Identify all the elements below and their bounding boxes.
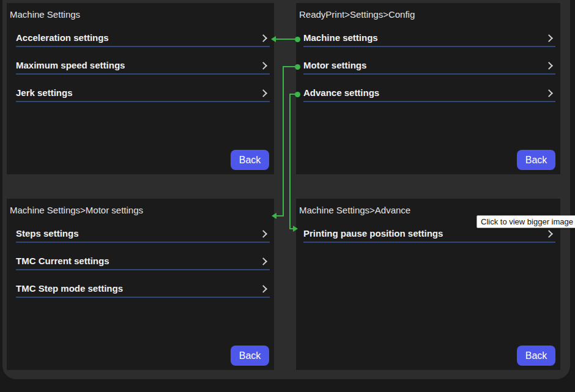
panel-readyprint-config: ReadyPrint>Settings>Config Machine setti… (296, 3, 560, 174)
panel-motor-settings: Machine Settings>Motor settings Steps se… (7, 199, 274, 370)
chevron-right-icon (545, 89, 553, 97)
screenshot-root: { "colors": { "green": "#3cb54a", "butto… (0, 0, 575, 392)
panel-breadcrumb-title: Machine Settings>Motor settings (10, 205, 143, 215)
back-button[interactable]: Back (231, 150, 269, 170)
chevron-right-icon (545, 34, 553, 42)
settings-list: Acceleration settings Maximum speed sett… (7, 20, 274, 102)
chevron-right-icon (259, 34, 267, 42)
list-item-advance-settings[interactable]: Advance settings (303, 75, 555, 102)
chevron-right-icon (259, 285, 267, 293)
list-item-jerk-settings[interactable]: Jerk settings (16, 75, 270, 102)
panel-machine-settings: Machine Settings Acceleration settings M… (7, 3, 274, 174)
chevron-right-icon (259, 62, 267, 70)
chevron-right-icon (259, 230, 267, 238)
chevron-right-icon (259, 257, 267, 265)
back-button[interactable]: Back (517, 346, 555, 366)
list-item-label: TMC Current settings (16, 256, 109, 266)
settings-list: Machine settings Motor settings Advance … (296, 20, 560, 102)
list-item-acceleration-settings[interactable]: Acceleration settings (16, 20, 270, 47)
list-item-tmc-step-mode-settings[interactable]: TMC Step mode settings (16, 270, 270, 298)
panel-breadcrumb-title: ReadyPrint>Settings>Config (299, 9, 415, 20)
list-item-label: Printing pause position settings (303, 228, 443, 239)
list-item-label: Motor settings (303, 60, 366, 70)
list-item-maximum-speed-settings[interactable]: Maximum speed settings (16, 47, 270, 75)
chevron-right-icon (259, 89, 267, 97)
list-item-machine-settings[interactable]: Machine settings (303, 20, 555, 47)
list-item-label: Machine settings (303, 32, 378, 43)
settings-list: Steps settings TMC Current settings TMC … (7, 215, 274, 298)
list-item-label: TMC Step mode settings (16, 283, 123, 294)
list-item-tmc-current-settings[interactable]: TMC Current settings (16, 243, 270, 270)
panel-title: Machine Settings (10, 9, 80, 20)
back-button[interactable]: Back (517, 150, 555, 170)
list-item-label: Steps settings (16, 228, 79, 239)
list-item-label: Advance settings (303, 87, 379, 98)
list-item-label: Maximum speed settings (16, 60, 125, 70)
list-item-motor-settings[interactable]: Motor settings (303, 47, 555, 75)
list-item-steps-settings[interactable]: Steps settings (16, 215, 270, 243)
chevron-right-icon (545, 230, 553, 238)
back-button[interactable]: Back (231, 346, 269, 366)
list-item-label: Jerk settings (16, 87, 73, 98)
chevron-right-icon (545, 62, 553, 70)
tooltip: Click to view bigger image (477, 215, 575, 228)
panel-breadcrumb-title: Machine Settings>Advance (299, 205, 410, 215)
list-item-label: Acceleration settings (16, 32, 109, 43)
